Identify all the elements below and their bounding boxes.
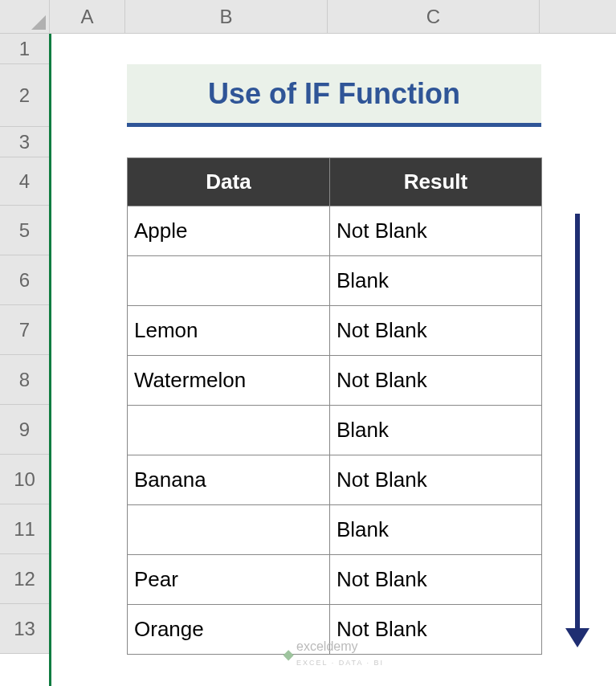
table-row: LemonNot Blank [128,306,542,356]
cell-data[interactable]: Watermelon [128,356,330,406]
cell-data[interactable]: Banana [128,455,330,505]
table-row: AppleNot Blank [128,206,542,256]
row-header-13[interactable]: 13 [0,604,49,654]
cell-data[interactable]: Orange [128,605,330,655]
table-row: Blank [128,406,542,455]
cell-result[interactable]: Not Blank [330,306,542,356]
cell-data[interactable] [128,406,330,455]
cell-result[interactable]: Not Blank [330,605,542,655]
col-header-b[interactable]: B [125,0,328,33]
row-header-10[interactable]: 10 [0,455,49,504]
cell-result[interactable]: Blank [330,505,542,555]
worksheet-area[interactable]: Use of IF Function DataResult AppleNot B… [51,34,616,686]
row-header-4[interactable]: 4 [0,157,49,206]
col-header-c[interactable]: C [328,0,540,33]
row-header-1[interactable]: 1 [0,34,49,64]
table-header-result[interactable]: Result [330,158,542,206]
table-row: Blank [128,256,542,306]
cell-result[interactable]: Blank [330,406,542,455]
cell-result[interactable]: Not Blank [330,555,542,605]
table-body: AppleNot BlankBlankLemonNot BlankWaterme… [128,206,542,655]
fill-down-arrow-icon [575,214,580,630]
select-all-corner[interactable] [0,0,50,34]
table-header-row: DataResult [128,158,542,206]
cell-result[interactable]: Not Blank [330,206,542,256]
cell-result[interactable]: Not Blank [330,356,542,406]
cell-data[interactable]: Pear [128,555,330,605]
table-header-data[interactable]: Data [128,158,330,206]
page-title: Use of IF Function [127,64,541,127]
row-header-5[interactable]: 5 [0,206,49,255]
table-row: BananaNot Blank [128,455,542,505]
row-header-12[interactable]: 12 [0,554,49,604]
table-row: WatermelonNot Blank [128,356,542,406]
cell-data[interactable] [128,256,330,306]
row-header-8[interactable]: 8 [0,355,49,405]
row-header-7[interactable]: 7 [0,305,49,355]
row-header-6[interactable]: 6 [0,255,49,305]
data-table: DataResult AppleNot BlankBlankLemonNot B… [127,157,542,655]
cell-result[interactable]: Not Blank [330,455,542,505]
watermark-tagline: EXCEL · DATA · BI [296,659,384,667]
row-header-9[interactable]: 9 [0,405,49,455]
row-header-3[interactable]: 3 [0,127,49,157]
table-row: Blank [128,505,542,555]
col-header-a[interactable]: A [50,0,125,33]
cell-data[interactable]: Lemon [128,306,330,356]
cell-data[interactable] [128,505,330,555]
table-row: OrangeNot Blank [128,605,542,655]
table-row: PearNot Blank [128,555,542,605]
row-headers: 12345678910111213 [0,34,50,654]
column-headers: A B C [50,0,616,34]
cell-data[interactable]: Apple [128,206,330,256]
row-header-11[interactable]: 11 [0,504,49,554]
cell-result[interactable]: Blank [330,256,542,306]
row-header-2[interactable]: 2 [0,64,49,127]
title-text: Use of IF Function [208,77,460,111]
